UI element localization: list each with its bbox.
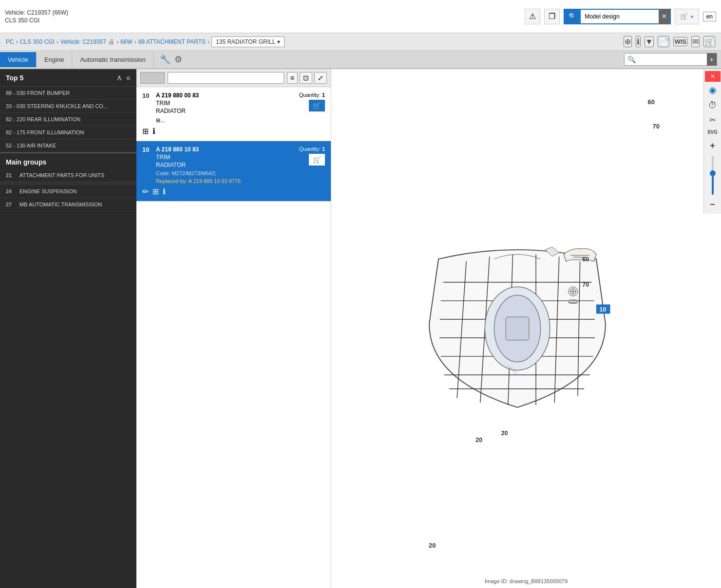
diagram-zoom-out-button[interactable]: −: [705, 198, 721, 212]
part-item[interactable]: 10 A 219 880 00 83 TRIM RADIATOR ⊞... Qu…: [136, 87, 331, 141]
diagram-scissors-button[interactable]: ✂: [705, 113, 721, 127]
main-groups-title: Main groups: [0, 152, 136, 169]
parts-search-icon[interactable]: 🔍: [625, 55, 639, 64]
tabs-bar: Vehicle Engine Automatic transmission 🔧 …: [0, 51, 721, 69]
breadcrumb-66w[interactable]: 66W: [120, 38, 133, 45]
tab-automatic-transmission[interactable]: Automatic transmission: [72, 52, 153, 67]
parts-search-input[interactable]: [639, 55, 707, 64]
tab-engine[interactable]: Engine: [37, 52, 72, 67]
qty-label: Quantity: 1: [299, 92, 325, 98]
list-view-button[interactable]: ≡: [287, 72, 298, 84]
wrench-icon[interactable]: 🔧: [160, 54, 171, 65]
zoom-fill: [712, 170, 714, 195]
top5-item[interactable]: 33 - 030 STEERING KNUCKLE AND CO...: [0, 100, 136, 113]
diagram-svg-container: 20: [331, 69, 703, 588]
pos-label-20: 20: [429, 542, 436, 549]
top5-controls: ∧ «: [116, 73, 131, 82]
top5-item[interactable]: 82 - 220 REAR ILLUMINATION: [0, 113, 136, 126]
parts-filter-box[interactable]: [140, 72, 165, 84]
svg-rect-15: [506, 317, 529, 340]
diagram-close-button[interactable]: ✕: [705, 71, 721, 82]
sidebar: Top 5 ∧ « 88 - 030 FRONT BUMPER 33 - 030…: [0, 69, 136, 588]
pos-label-70: 70: [653, 123, 660, 130]
group-label: ENGINE SUSPENSION: [19, 188, 76, 194]
image-id-label: Image ID: drawing_B88135000079: [485, 578, 568, 584]
diagram-svg-button[interactable]: SVG: [705, 128, 721, 137]
main-group-item[interactable]: 21 ATTACHMENT PARTS FOR UNITS: [0, 169, 136, 182]
model-search-input[interactable]: [581, 11, 659, 22]
part-qty: Quantity: 1 🛒: [299, 92, 325, 111]
cart-breadcrumb-button[interactable]: 🛒: [703, 36, 715, 47]
wis-button[interactable]: WIS: [673, 37, 687, 46]
filter-button[interactable]: ▼: [645, 37, 654, 47]
diagram-circle-button[interactable]: ◉: [705, 83, 721, 97]
part-code: A 219 880 10 83: [156, 146, 299, 153]
info-icon[interactable]: ℹ: [163, 187, 166, 196]
grid-icon[interactable]: ⊞: [142, 127, 149, 136]
parts-view-icons: ≡ ⊡ ⤢: [287, 72, 327, 84]
model-search-button[interactable]: 🔍: [565, 9, 581, 24]
group-num: 21: [6, 172, 19, 178]
grid-icon[interactable]: ⊞: [152, 187, 159, 196]
part-name1: TRIM: [156, 100, 299, 107]
main-group-item[interactable]: 27 MB AUTOMATIC TRANSMISSION: [0, 198, 136, 211]
part-info: A 219 880 00 83 TRIM RADIATOR ⊞...: [156, 92, 299, 124]
zoom-slider-track[interactable]: [712, 156, 714, 195]
group-label: MB AUTOMATIC TRANSMISSION: [19, 202, 102, 207]
diagram-area: 20: [331, 69, 721, 588]
diagram-label-60: 60: [582, 256, 589, 263]
part-item-top: 10 A 219 880 00 83 TRIM RADIATOR ⊞... Qu…: [142, 92, 325, 124]
breadcrumb-pc[interactable]: PC: [6, 38, 14, 45]
mail-button[interactable]: ✉: [691, 36, 700, 47]
document-button[interactable]: 📄!: [658, 36, 669, 47]
part-item-selected[interactable]: 10 A 219 880 10 83 TRIM RADIATOR Code: M…: [136, 141, 331, 202]
warning-button[interactable]: ⚠: [525, 9, 540, 24]
top5-item[interactable]: 52 - 130 AIR INTAKE: [0, 139, 136, 152]
part-icons-row: ✏ ⊞ ℹ: [142, 187, 325, 196]
part-info: A 219 880 10 83 TRIM RADIATOR Code: M272…: [156, 146, 299, 184]
fullscreen-view-button[interactable]: ⤢: [314, 72, 327, 84]
top5-collapse-button[interactable]: ∧: [116, 73, 122, 82]
chevron-down-icon: ▾: [277, 38, 280, 45]
breadcrumb-tools: ⊕ ℹ ▼ 📄! WIS ✉ 🛒: [624, 36, 715, 47]
parts-filter-input[interactable]: [168, 72, 284, 84]
tab-vehicle[interactable]: Vehicle: [0, 52, 37, 67]
pencil-icon[interactable]: ✏: [142, 187, 149, 196]
main-group-item[interactable]: 24 ENGINE SUSPENSION: [0, 185, 136, 198]
part-position: 10: [142, 92, 156, 99]
diagram-history-button[interactable]: ⏱: [705, 98, 721, 112]
breadcrumb-radiator-dropdown[interactable]: 135 RADIATOR GRILL ▾: [211, 37, 285, 47]
vehicle-label: Vehicle: C219357 (66W): [5, 9, 68, 16]
group-num: 27: [6, 202, 19, 207]
gear-icon[interactable]: ⚙: [174, 54, 182, 65]
vehicle-icon[interactable]: 🖨: [108, 38, 114, 45]
group-num: 24: [6, 188, 19, 194]
part-detail: ⊞...: [156, 117, 299, 124]
part-cart-button[interactable]: 🛒: [309, 154, 325, 165]
top5-double-left-button[interactable]: «: [126, 73, 131, 82]
breadcrumb-attachment[interactable]: 88 ATTACHMENT PARTS: [138, 38, 206, 45]
top5-item[interactable]: 88 - 030 FRONT BUMPER: [0, 87, 136, 100]
breadcrumb-cls[interactable]: CLS 350 CGI: [20, 38, 55, 45]
zoom-in-button[interactable]: ⊕: [624, 36, 632, 47]
parts-list: 10 A 219 880 00 83 TRIM RADIATOR ⊞... Qu…: [136, 87, 331, 588]
diagram-toolbar: ✕ ◉ ⏱ ✂ SVG + −: [703, 69, 721, 214]
main-content: Top 5 ∧ « 88 - 030 FRONT BUMPER 33 - 030…: [0, 69, 721, 588]
breadcrumb-vehicle[interactable]: Vehicle: C219357: [60, 38, 106, 45]
cart-button[interactable]: 🛒 +: [675, 9, 699, 24]
part-cart-button[interactable]: 🛒: [309, 100, 325, 111]
header-actions: ⚠ ❐ 🔍 ✕ 🛒 + en: [525, 9, 716, 24]
diagram-label-20-2: 20: [475, 437, 482, 443]
search-clear-button[interactable]: ✕: [659, 9, 670, 24]
info-button[interactable]: ℹ: [636, 36, 641, 47]
diagram-zoom-in-button[interactable]: +: [705, 139, 721, 153]
parts-search-add[interactable]: +: [707, 53, 717, 66]
language-selector[interactable]: en: [703, 12, 716, 21]
part-name1: TRIM: [156, 154, 299, 161]
expand-view-button[interactable]: ⊡: [300, 72, 312, 84]
copy-button[interactable]: ❐: [544, 9, 560, 24]
top5-item[interactable]: 82 - 175 FRONT ILLUMINATION: [0, 126, 136, 139]
diagram-label-20: 20: [501, 430, 508, 437]
info-icon[interactable]: ℹ: [152, 127, 155, 136]
breadcrumb-radiator-label: 135 RADIATOR GRILL: [216, 38, 275, 45]
